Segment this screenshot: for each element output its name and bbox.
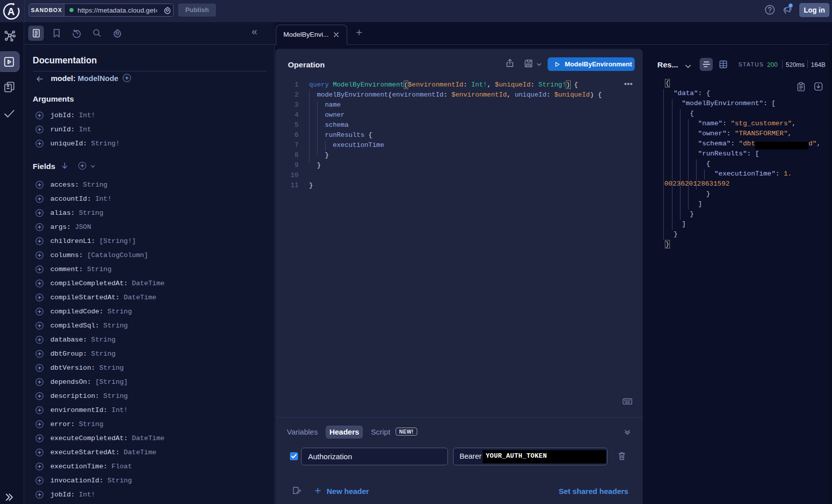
svg-text:A: A xyxy=(8,6,15,17)
